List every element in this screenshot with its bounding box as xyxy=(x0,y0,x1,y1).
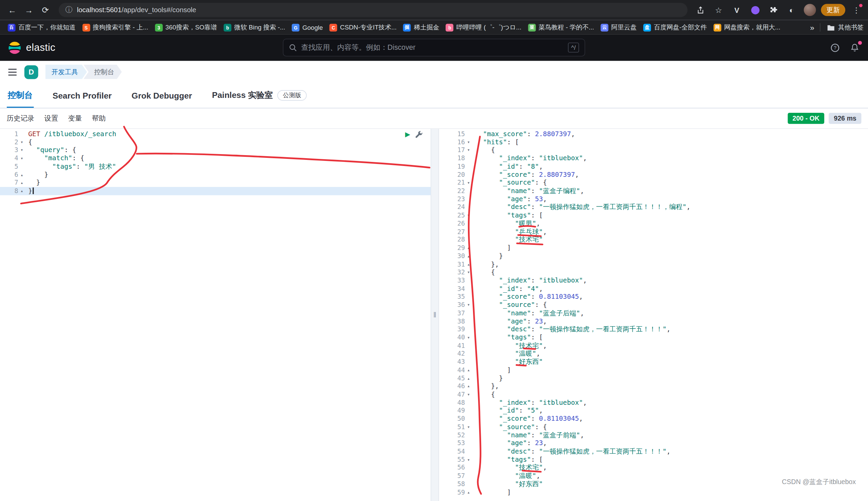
code-line[interactable]: 52 "name": "蓝盒子前端", xyxy=(439,431,868,439)
code-line[interactable]: 33 "_index": "itbluebox", xyxy=(439,276,868,285)
tab-console[interactable]: 控制台 xyxy=(7,83,34,108)
code-line[interactable]: 46▴ }, xyxy=(439,382,868,391)
fold-toggle-icon[interactable]: ▾ xyxy=(465,268,472,276)
code-line[interactable]: 42 "温暖", xyxy=(439,350,868,358)
code-line[interactable]: 51▾ "_source": { xyxy=(439,423,868,431)
fold-toggle-icon[interactable]: ▾ xyxy=(465,146,472,154)
send-request-button[interactable]: ▶ xyxy=(405,131,410,138)
bookmark-item[interactable]: 网网盘搜索，就用大... xyxy=(710,21,784,33)
code-line[interactable]: 36▾ "_source": { xyxy=(439,301,868,309)
code-line[interactable]: 16▾ "hits": [ xyxy=(439,138,868,146)
code-line[interactable]: 55▾ "tags": [ xyxy=(439,456,868,464)
code-line[interactable]: 38 "age": 23, xyxy=(439,317,868,325)
code-line[interactable]: 4▾ "match": { xyxy=(0,154,431,163)
code-line[interactable]: 24 "desc": "一顿操作猛如虎，一看工资两千五！！！，编程", xyxy=(439,203,868,211)
bookmark-item[interactable]: S搜狗搜索引擎 - 上... xyxy=(79,21,151,33)
bookmark-item[interactable]: 菜菜鸟教程 - 学的不... xyxy=(524,21,597,33)
code-line[interactable]: 30▴ } xyxy=(439,252,868,260)
code-line[interactable]: 26 "暖男", xyxy=(439,220,868,228)
fold-toggle-icon[interactable]: ▾ xyxy=(465,301,472,309)
code-line[interactable]: 48 "_index": "itbluebox", xyxy=(439,399,868,407)
code-line[interactable]: 41 "技术宅", xyxy=(439,341,868,350)
code-line[interactable]: 1GET /itbluebox/_search xyxy=(0,130,431,138)
fold-toggle-icon[interactable]: ▴ xyxy=(18,179,25,187)
menu-help[interactable]: 帮助 xyxy=(92,114,106,123)
code-line[interactable]: 53 "age": 23, xyxy=(439,439,868,447)
fold-toggle-icon[interactable]: ▴ xyxy=(465,252,472,260)
fold-toggle-icon[interactable]: ▾ xyxy=(18,138,25,146)
response-viewer[interactable]: 15 "max_score": 2.8807397,16▾ "hits": [1… xyxy=(439,129,868,501)
code-line[interactable]: 3▾ "query": { xyxy=(0,146,431,154)
address-bar[interactable]: ⓘ localhost:5601/app/dev_tools#/console xyxy=(59,3,688,17)
menu-history[interactable]: 历史记录 xyxy=(7,114,34,123)
extension-v-button[interactable]: V xyxy=(730,3,744,17)
newsfeed-button[interactable] xyxy=(849,42,860,53)
code-line[interactable]: 47▾ { xyxy=(439,391,868,399)
code-line[interactable]: 35 "_score": 0.81103045, xyxy=(439,293,868,301)
code-line[interactable]: 29▴ ] xyxy=(439,244,868,252)
code-line[interactable]: 5 "tags": "男 技术" xyxy=(0,163,431,171)
fold-toggle-icon[interactable]: ▾ xyxy=(465,179,472,187)
share-button[interactable] xyxy=(693,3,707,17)
bookmarks-overflow-chevron[interactable]: » xyxy=(810,23,814,32)
profile-button[interactable] xyxy=(803,3,817,17)
code-line[interactable]: 37 "name": "蓝盒子后端", xyxy=(439,309,868,317)
fold-toggle-icon[interactable]: ▴ xyxy=(465,382,472,391)
breadcrumb-dev-tools[interactable]: 开发工具 xyxy=(45,65,87,79)
tab-painless-lab[interactable]: Painless 实验室公测版 xyxy=(211,83,308,108)
code-line[interactable]: 20 "_score": 2.8807397, xyxy=(439,171,868,179)
fold-toggle-icon[interactable]: ▴ xyxy=(465,374,472,382)
space-avatar[interactable]: D xyxy=(24,65,38,79)
site-info-icon[interactable]: ⓘ xyxy=(65,5,73,15)
code-line[interactable]: 27 "乒乓球", xyxy=(439,228,868,236)
code-line[interactable]: 59▴ ] xyxy=(439,488,868,496)
code-line[interactable]: 34 "_id": "4", xyxy=(439,285,868,293)
code-line[interactable]: 22 "name": "蓝盒子编程", xyxy=(439,187,868,195)
code-line[interactable]: 25▾ "tags": [ xyxy=(439,211,868,220)
menu-settings[interactable]: 设置 xyxy=(44,114,58,123)
fold-toggle-icon[interactable]: ▾ xyxy=(18,146,25,154)
fold-toggle-icon[interactable]: ▴ xyxy=(465,366,472,374)
fold-toggle-icon[interactable]: ▴ xyxy=(465,244,472,252)
code-line[interactable]: 17▾ { xyxy=(439,146,868,154)
code-line[interactable]: 2▾{ xyxy=(0,138,431,146)
code-line[interactable]: 18 "_index": "itbluebox", xyxy=(439,154,868,163)
fold-toggle-icon[interactable]: ▴ xyxy=(18,187,25,195)
bookmark-item[interactable]: CCSDN-专业IT技术... xyxy=(326,21,400,33)
fold-toggle-icon[interactable]: ▾ xyxy=(465,333,472,341)
bookmark-item[interactable]: b哔哩哔哩 (゜-゜)つロ... xyxy=(442,21,524,33)
reload-button[interactable]: ⟳ xyxy=(38,2,53,18)
code-line[interactable]: 21▾ "_source": { xyxy=(439,179,868,187)
request-editor[interactable]: 1GET /itbluebox/_search2▾{3▾ "query": {4… xyxy=(0,129,431,501)
extensions-button[interactable] xyxy=(766,3,781,17)
code-line[interactable]: 32▾ { xyxy=(439,268,868,276)
bookmark-item[interactable]: 云阿里云盘 xyxy=(597,21,640,33)
code-line[interactable]: 7▴ } xyxy=(0,179,431,187)
code-line[interactable]: 23 "age": 53, xyxy=(439,195,868,203)
code-line[interactable]: 56 "技术宅", xyxy=(439,464,868,472)
bookmark-star-button[interactable]: ☆ xyxy=(711,3,725,17)
code-line[interactable]: 49 "_id": "5", xyxy=(439,407,868,415)
fold-toggle-icon[interactable]: ▴ xyxy=(18,171,25,179)
fold-toggle-icon[interactable]: ▾ xyxy=(465,423,472,431)
fold-toggle-icon[interactable]: ▴ xyxy=(465,260,472,268)
menu-variables[interactable]: 变量 xyxy=(68,114,82,123)
code-line[interactable]: 31▴ }, xyxy=(439,260,868,268)
code-line[interactable]: 54 "desc": "一顿操作猛如虎，一看工资两千五！！！", xyxy=(439,447,868,456)
tab-grok-debugger[interactable]: Grok Debugger xyxy=(130,83,193,108)
code-line[interactable]: 43 "好东西" xyxy=(439,358,868,366)
fold-toggle-icon[interactable]: ▴ xyxy=(465,488,472,496)
code-line[interactable]: 6▴ } xyxy=(0,171,431,179)
fold-toggle-icon[interactable]: ▾ xyxy=(465,391,472,399)
nav-menu-button[interactable] xyxy=(8,68,17,76)
bookmark-item[interactable]: 百百度一下，你就知道 xyxy=(4,21,79,33)
fold-toggle-icon[interactable]: ▾ xyxy=(18,154,25,163)
bookmark-item[interactable]: GGoogle xyxy=(289,21,326,33)
code-line[interactable]: 50 "_score": 0.81103045, xyxy=(439,415,868,423)
code-line[interactable]: 44▴ ] xyxy=(439,366,868,374)
code-line[interactable]: 28 "技术宅" xyxy=(439,236,868,244)
other-bookmarks-button[interactable]: 其他书签 xyxy=(820,23,864,32)
help-button[interactable]: ? xyxy=(829,42,840,53)
fold-toggle-icon[interactable]: ▾ xyxy=(465,211,472,220)
bookmark-item[interactable]: b微软 Bing 搜索 -... xyxy=(220,21,289,33)
